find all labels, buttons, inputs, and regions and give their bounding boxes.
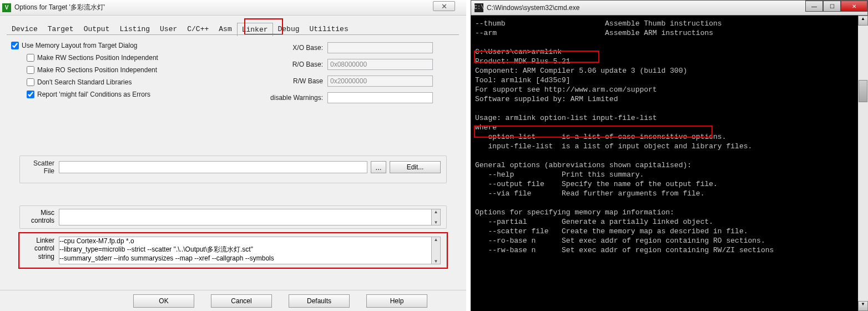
check-use-memory-layout[interactable] bbox=[11, 42, 19, 49]
scatter-edit-button[interactable]: Edit... bbox=[390, 161, 441, 173]
rw-base-input[interactable] bbox=[327, 76, 433, 87]
rw-base-label: R/W Base bbox=[261, 77, 327, 85]
cmd-output[interactable]: --thumb Assemble Thumb instructions --ar… bbox=[471, 16, 868, 311]
misc-controls-label: Misc controls bbox=[26, 209, 59, 225]
scroll-down-icon: ▼ bbox=[432, 259, 440, 264]
tab-utilities[interactable]: Utilities bbox=[305, 22, 354, 36]
tab-output[interactable]: Output bbox=[79, 22, 115, 36]
scatter-file-group: Scatter File ... Edit... bbox=[19, 156, 447, 183]
check-make-rw-label: Make RW Sections Position Independent bbox=[37, 54, 158, 62]
cmd-titlebar: C:\ C:\Windows\system32\cmd.exe — ☐ ✕ bbox=[471, 0, 868, 16]
dialog-title: Options for Target '多彩流水灯' bbox=[14, 3, 105, 12]
cancel-button[interactable]: Cancel bbox=[211, 294, 272, 308]
xo-base-label: X/O Base: bbox=[261, 44, 327, 52]
options-dialog: V Options for Target '多彩流水灯' ✕ Device Ta… bbox=[0, 0, 466, 311]
tab-device[interactable]: Device bbox=[7, 22, 43, 36]
close-cmd-button[interactable]: ✕ bbox=[841, 1, 867, 12]
scroll-down-icon[interactable]: ▼ bbox=[858, 301, 868, 311]
check-dont-search-label: Don't Search Standard Libraries bbox=[37, 78, 132, 86]
window-buttons: — ☐ ✕ bbox=[805, 1, 867, 12]
tab-user[interactable]: User bbox=[155, 22, 182, 36]
tab-listing[interactable]: Listing bbox=[114, 22, 155, 36]
close-button[interactable]: ✕ bbox=[433, 1, 455, 11]
cmd-scrollbar[interactable]: ▲ ▼ bbox=[858, 16, 868, 311]
ok-button[interactable]: OK bbox=[133, 294, 194, 308]
base-addresses: X/O Base: R/O Base: R/W Base disable War… bbox=[261, 42, 433, 108]
tab-underline bbox=[7, 34, 459, 35]
tabbar: Device Target Output Listing User C/C++ … bbox=[7, 22, 354, 36]
tab-debug[interactable]: Debug bbox=[273, 22, 305, 36]
scatter-browse-button[interactable]: ... bbox=[371, 161, 386, 173]
disable-warnings-input[interactable] bbox=[327, 92, 433, 103]
check-report-might-fail-label: Report 'might fail' Conditions as Errors bbox=[37, 91, 150, 98]
linker-control-string-group: Linker control string ▲ ▼ bbox=[19, 233, 447, 268]
scroll-up-icon: ▲ bbox=[432, 209, 440, 214]
check-dont-search[interactable] bbox=[27, 78, 34, 86]
scrollbar-thumb[interactable] bbox=[859, 80, 867, 102]
ro-base-label: R/O Base: bbox=[261, 61, 327, 68]
scroll-up-icon: ▲ bbox=[432, 237, 440, 242]
scroll-down-icon: ▼ bbox=[432, 220, 440, 225]
disable-warnings-label: disable Warnings: bbox=[261, 94, 327, 102]
check-make-ro-label: Make RO Sections Position Independent bbox=[37, 66, 157, 74]
tab-asm[interactable]: Asm bbox=[214, 22, 236, 36]
linker-control-label: Linker control string bbox=[26, 237, 59, 260]
maximize-button[interactable]: ☐ bbox=[823, 1, 841, 12]
defaults-button[interactable]: Defaults bbox=[289, 294, 350, 308]
scatter-file-input[interactable] bbox=[59, 161, 367, 173]
linker-control-string-text[interactable] bbox=[59, 237, 432, 264]
cmd-title: C:\Windows\system32\cmd.exe bbox=[487, 4, 579, 12]
ro-base-input[interactable] bbox=[327, 59, 433, 70]
check-report-might-fail[interactable] bbox=[27, 91, 34, 98]
xo-base-input[interactable] bbox=[327, 42, 433, 53]
tab-target[interactable]: Target bbox=[43, 22, 79, 36]
scroll-up-icon[interactable]: ▲ bbox=[858, 16, 868, 26]
misc-scrollbar[interactable]: ▲ ▼ bbox=[432, 209, 441, 225]
cmd-icon: C:\ bbox=[475, 3, 483, 12]
misc-controls-input[interactable] bbox=[59, 209, 432, 225]
check-make-rw[interactable] bbox=[27, 54, 34, 62]
options-titlebar: V Options for Target '多彩流水灯' ✕ bbox=[0, 0, 466, 16]
tab-ccpp[interactable]: C/C++ bbox=[182, 22, 214, 36]
minimize-button[interactable]: — bbox=[805, 1, 823, 12]
misc-controls-group: Misc controls ▲ ▼ bbox=[19, 205, 447, 229]
linker-scrollbar[interactable]: ▲ ▼ bbox=[432, 237, 441, 264]
check-use-memory-layout-label: Use Memory Layout from Target Dialog bbox=[22, 42, 138, 49]
check-make-ro[interactable] bbox=[27, 66, 34, 74]
app-icon: V bbox=[2, 3, 11, 12]
scatter-file-label: Scatter File bbox=[26, 159, 59, 175]
cmd-window: C:\ C:\Windows\system32\cmd.exe — ☐ ✕ --… bbox=[471, 0, 868, 311]
help-button[interactable]: Help bbox=[366, 294, 427, 308]
dialog-button-row: OK Cancel Defaults Help bbox=[0, 290, 466, 311]
